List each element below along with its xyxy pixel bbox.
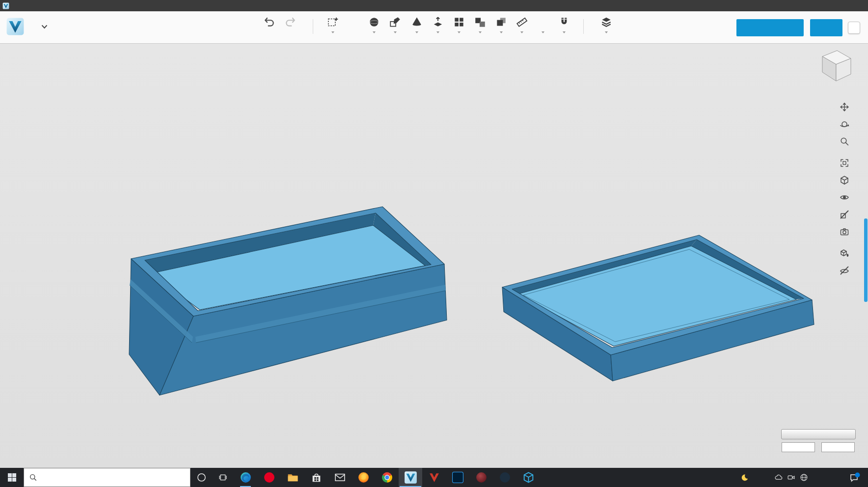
network-icon	[800, 473, 808, 482]
modify-tool-button[interactable]	[429, 15, 447, 40]
search-input[interactable]	[41, 474, 185, 481]
dropdown-caret-icon	[436, 31, 439, 33]
taskbar-app-chrome[interactable]	[375, 468, 399, 487]
angular-snap-input[interactable]	[821, 442, 855, 452]
dropdown-caret-icon	[563, 31, 566, 33]
dropdown-caret-icon	[500, 31, 503, 33]
orbit-tool-button[interactable]	[838, 118, 851, 131]
firefox-icon	[357, 471, 370, 484]
insert-shape-button[interactable]	[324, 15, 342, 40]
system-tray	[735, 468, 868, 487]
network-button[interactable]	[797, 473, 810, 482]
windows-logo-icon	[8, 473, 16, 482]
screenshot-button[interactable]	[838, 225, 851, 238]
text-tool-button[interactable]	[534, 15, 552, 40]
sign-in-button[interactable]	[810, 19, 842, 36]
taskbar-app-maroon-sphere[interactable]	[469, 468, 493, 487]
box-lid-object[interactable]	[502, 235, 814, 381]
onedrive-button[interactable]	[772, 473, 785, 482]
eye-icon	[840, 192, 849, 202]
zoom-fit-button[interactable]	[838, 157, 851, 169]
meet-now-button[interactable]	[785, 473, 797, 482]
hide-all-button[interactable]	[838, 264, 851, 277]
show-material-button[interactable]	[838, 247, 851, 260]
go-premium-button[interactable]	[736, 19, 804, 36]
taskbar-app-mail[interactable]	[328, 468, 352, 487]
dropdown-caret-icon	[605, 31, 608, 33]
primitives-tool-button[interactable]	[365, 15, 383, 40]
linear-snap-input[interactable]	[782, 442, 815, 452]
taskbar-app-123d-design[interactable]	[399, 468, 422, 487]
combine-tool-button[interactable]	[492, 15, 511, 40]
material-drop-icon	[840, 248, 849, 258]
search-icon	[29, 474, 37, 481]
taskbar-app-folder[interactable]	[281, 468, 304, 487]
material-tool-button[interactable]	[597, 15, 616, 40]
camera-icon	[840, 227, 849, 237]
dropdown-caret-icon	[542, 31, 544, 33]
weather-widget[interactable]	[735, 474, 759, 482]
combine-icon	[494, 15, 508, 29]
app-icon	[2, 2, 9, 9]
taskbar-search[interactable]	[24, 468, 190, 487]
view-style-button[interactable]	[838, 174, 851, 187]
hide-sketches-icon	[840, 210, 849, 219]
maximize-icon[interactable]	[831, 0, 849, 11]
taskbar-app-photoshop[interactable]	[446, 468, 469, 487]
measure-tool-button[interactable]	[513, 15, 531, 40]
viewport[interactable]	[0, 44, 868, 468]
taskbar-app-edge[interactable]	[234, 468, 257, 487]
action-center-button[interactable]	[844, 472, 865, 484]
zoom-tool-button[interactable]	[838, 135, 851, 148]
taskbar-app-pinterest[interactable]	[257, 468, 281, 487]
redo-button[interactable]	[281, 15, 299, 40]
dropdown-caret-icon	[394, 31, 397, 33]
taskbar-app-c[interactable]	[493, 468, 516, 487]
dropdown-caret-icon	[373, 31, 376, 33]
edit-grid-button[interactable]	[781, 429, 856, 439]
maroon-sphere-icon	[475, 471, 488, 484]
moon-icon	[740, 474, 748, 482]
toolbar-separator	[313, 19, 313, 34]
snap-tool-button[interactable]	[555, 15, 573, 40]
123d-design-icon	[404, 471, 417, 484]
box-base-object[interactable]	[129, 207, 447, 395]
dropdown-caret-icon	[479, 31, 482, 33]
cube-app-icon	[522, 471, 535, 484]
viewport-scrollbar-thumb[interactable]	[864, 218, 868, 302]
taskbar-app-red-v[interactable]	[422, 468, 446, 487]
view-tools-panel	[836, 101, 853, 277]
undo-button[interactable]	[260, 15, 279, 40]
grouping-tool-button[interactable]	[471, 15, 489, 40]
folder-icon	[287, 471, 299, 484]
construct-icon	[410, 15, 424, 29]
photoshop-icon	[452, 471, 464, 484]
taskbar-app-cube[interactable]	[516, 468, 540, 487]
cortana-button[interactable]	[190, 468, 212, 487]
zoom-icon	[840, 136, 849, 146]
task-view-button[interactable]	[212, 468, 234, 487]
primitives-icon	[367, 15, 381, 29]
snap-icon	[557, 15, 571, 29]
pinned-apps	[234, 468, 540, 487]
video-camera-icon	[787, 473, 795, 482]
pan-tool-button[interactable]	[838, 101, 851, 113]
construct-tool-button[interactable]	[407, 15, 426, 40]
zoom-fit-icon	[840, 158, 849, 168]
visibility-button[interactable]	[838, 191, 851, 204]
taskbar-app-store[interactable]	[304, 468, 328, 487]
taskbar-app-firefox[interactable]	[352, 468, 375, 487]
close-icon[interactable]	[849, 0, 868, 11]
c-app-icon	[499, 471, 511, 484]
windows-taskbar	[0, 468, 868, 487]
view-cube[interactable]	[815, 47, 858, 86]
minimize-icon[interactable]	[812, 0, 831, 11]
pattern-tool-button[interactable]	[450, 15, 468, 40]
sketch-tool-button[interactable]	[386, 15, 405, 40]
menu-chevron-icon[interactable]	[41, 25, 48, 29]
help-button[interactable]	[848, 22, 860, 34]
text-tool-icon	[536, 15, 550, 29]
123d-logo-icon	[6, 17, 25, 36]
start-button[interactable]	[0, 468, 24, 487]
hide-sketches-button[interactable]	[838, 208, 851, 221]
